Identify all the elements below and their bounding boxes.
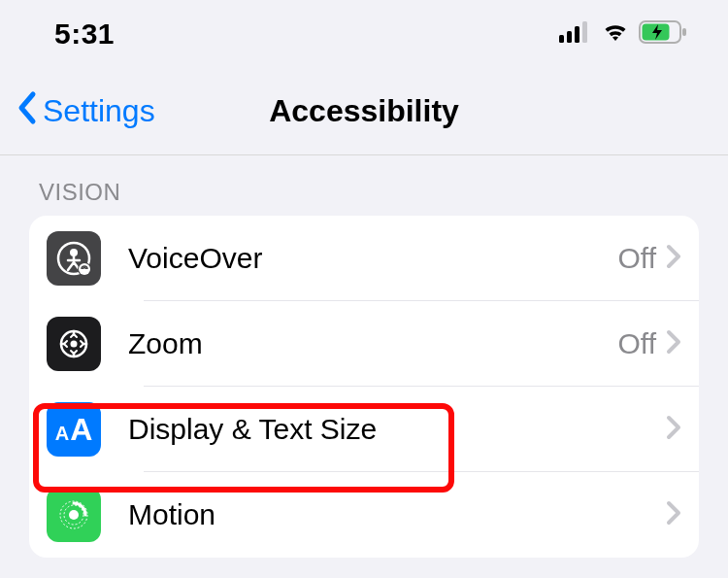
svg-rect-6	[682, 28, 686, 36]
display-text-size-icon: AA	[47, 402, 101, 457]
svg-point-10	[79, 263, 90, 275]
row-label: Motion	[128, 498, 666, 531]
status-time: 5:31	[54, 17, 115, 51]
chevron-right-icon	[666, 500, 681, 529]
row-motion[interactable]: Motion	[29, 472, 699, 558]
back-button[interactable]: Settings	[14, 88, 155, 135]
row-status: Off	[618, 242, 656, 275]
section-header-vision: VISION	[0, 155, 728, 216]
zoom-icon	[47, 317, 101, 371]
motion-icon	[47, 488, 101, 542]
chevron-right-icon	[666, 244, 681, 273]
voiceover-icon	[47, 231, 101, 286]
status-right	[559, 20, 689, 48]
nav-bar: Settings Accessibility	[0, 68, 728, 155]
cellular-icon	[559, 21, 592, 47]
chevron-left-icon	[14, 88, 43, 135]
wifi-icon	[600, 21, 631, 47]
row-display-text-size[interactable]: AA Display & Text Size	[29, 387, 699, 472]
chevron-right-icon	[666, 329, 681, 358]
row-label: Display & Text Size	[128, 413, 666, 446]
page-title: Accessibility	[269, 93, 459, 129]
svg-rect-2	[575, 26, 579, 43]
row-zoom[interactable]: Zoom Off	[29, 301, 699, 387]
svg-rect-3	[582, 21, 587, 43]
row-label: VoiceOver	[128, 242, 618, 275]
status-bar: 5:31	[0, 0, 728, 68]
svg-rect-0	[559, 35, 564, 43]
battery-charging-icon	[639, 20, 689, 48]
row-voiceover[interactable]: VoiceOver Off	[29, 216, 699, 301]
svg-rect-1	[567, 31, 572, 43]
svg-point-15	[69, 510, 79, 520]
svg-point-12	[71, 341, 78, 348]
row-status: Off	[618, 327, 656, 360]
row-label: Zoom	[128, 327, 618, 360]
back-label: Settings	[43, 93, 155, 129]
chevron-right-icon	[666, 415, 681, 444]
settings-group-vision: VoiceOver Off Zoom Off AA Display & Text…	[29, 216, 699, 558]
